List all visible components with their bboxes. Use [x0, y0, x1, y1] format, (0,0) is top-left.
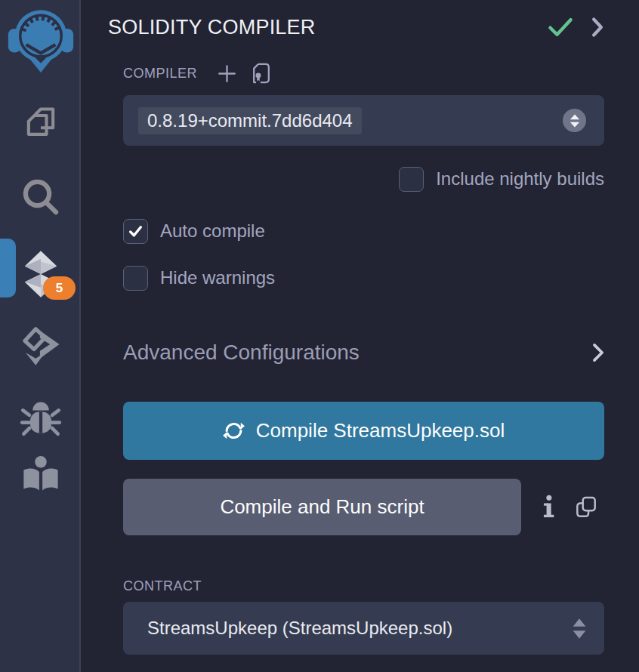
deploy-run-icon[interactable] — [0, 323, 81, 367]
copy-icon[interactable] — [575, 495, 597, 519]
learn-book-icon[interactable] — [0, 453, 81, 495]
compile-and-run-button[interactable]: Compile and Run script — [123, 479, 521, 535]
refresh-icon — [223, 420, 245, 442]
panel-header: SOLIDITY COMPILER — [108, 11, 604, 44]
advanced-configurations-label: Advanced Configurations — [123, 341, 360, 365]
solidity-compiler-panel: SOLIDITY COMPILER COMPILER — [81, 0, 639, 672]
advanced-configurations-toggle[interactable]: Advanced Configurations — [123, 341, 604, 365]
auto-compile-label[interactable]: Auto compile — [160, 220, 265, 242]
file-explorer-icon[interactable] — [0, 104, 81, 146]
compiler-version-select[interactable]: 0.8.19+commit.7dd6d404 — [123, 95, 604, 146]
contract-select[interactable]: StreamsUpkeep (StreamsUpkeep.sol) — [123, 602, 604, 655]
contract-section-label: CONTRACT — [123, 578, 202, 594]
compile-success-check-icon — [547, 16, 574, 39]
compile-button[interactable]: Compile StreamsUpkeep.sol — [123, 402, 604, 460]
compiler-error-badge: 5 — [43, 276, 76, 300]
icon-sidebar: 5 — [0, 0, 81, 672]
search-icon[interactable] — [0, 175, 81, 219]
collapse-panel-chevron-icon[interactable] — [591, 17, 604, 38]
compiler-label-row: COMPILER — [123, 62, 604, 85]
compiler-version-value: 0.8.19+commit.7dd6d404 — [138, 107, 362, 134]
compile-button-label: Compile StreamsUpkeep.sol — [256, 419, 505, 442]
nightly-builds-row: Include nightly builds — [123, 166, 604, 192]
hide-warnings-checkbox[interactable] — [123, 266, 148, 291]
checkmark-icon — [128, 225, 143, 238]
compiler-section-label: COMPILER — [123, 66, 197, 82]
auto-compile-row: Auto compile — [123, 218, 604, 244]
include-nightly-label[interactable]: Include nightly builds — [436, 168, 604, 190]
compile-run-row: Compile and Run script — [123, 479, 604, 535]
version-sort-toggle-icon[interactable] — [563, 109, 586, 132]
add-custom-compiler-plus-icon[interactable] — [217, 63, 237, 84]
advanced-expand-chevron-icon — [592, 343, 604, 362]
debugger-bug-icon[interactable] — [0, 396, 81, 438]
panel-title: SOLIDITY COMPILER — [108, 16, 547, 39]
remix-logo[interactable] — [0, 5, 81, 74]
select-updown-arrows-icon — [573, 618, 586, 639]
contract-selected-value: StreamsUpkeep (StreamsUpkeep.sol) — [138, 615, 462, 642]
include-nightly-checkbox[interactable] — [399, 167, 424, 192]
auto-compile-checkbox[interactable] — [123, 219, 148, 244]
hide-warnings-row: Hide warnings — [123, 265, 604, 291]
hide-warnings-label[interactable]: Hide warnings — [160, 267, 275, 288]
compiler-license-file-badge-icon[interactable] — [251, 62, 272, 85]
contract-label-row: CONTRACT — [123, 578, 604, 594]
info-icon[interactable] — [542, 495, 555, 520]
